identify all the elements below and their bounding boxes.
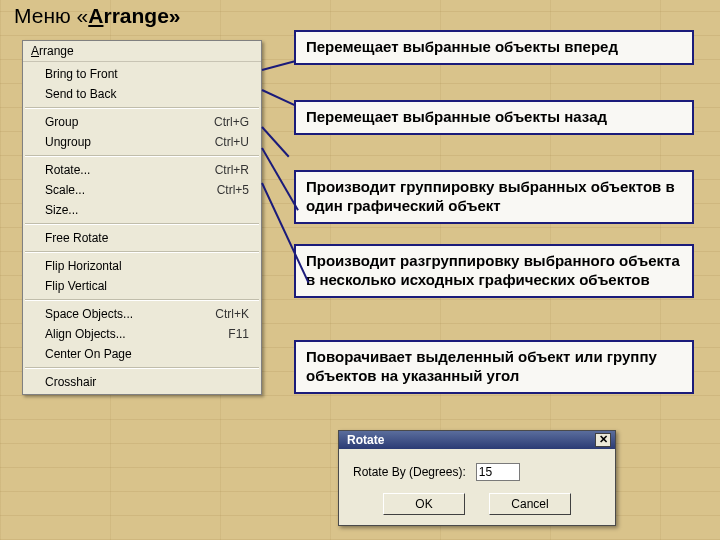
menu-item[interactable]: Crosshair (23, 372, 261, 392)
title-rest: rrange» (103, 4, 180, 27)
ok-button[interactable]: OK (383, 493, 465, 515)
menu-item[interactable]: Center On Page (23, 344, 261, 364)
menu-item-shortcut: F11 (228, 327, 249, 341)
menu-item[interactable]: Align Objects...F11 (23, 324, 261, 344)
menu-header: Arrange (23, 41, 261, 62)
menu-separator (25, 367, 259, 369)
menu-item-shortcut: Ctrl+5 (217, 183, 249, 197)
rotate-degrees-input[interactable] (476, 463, 520, 481)
dialog-titlebar[interactable]: Rotate ✕ (339, 431, 615, 449)
menu-item[interactable]: GroupCtrl+G (23, 112, 261, 132)
menu-item-label: Flip Horizontal (45, 259, 122, 273)
menu-item-label: Bring to Front (45, 67, 118, 81)
page-title: Меню «Arrange» (14, 4, 181, 28)
arrange-menu: Arrange Bring to FrontSend to BackGroupC… (22, 40, 262, 395)
menu-item-shortcut: Ctrl+K (215, 307, 249, 321)
menu-item[interactable]: Bring to Front (23, 64, 261, 84)
menu-item[interactable]: Rotate...Ctrl+R (23, 160, 261, 180)
menu-item-label: Group (45, 115, 78, 129)
menu-item-label: Rotate... (45, 163, 90, 177)
dialog-body: Rotate By (Degrees): OK Cancel (339, 449, 615, 525)
close-icon: ✕ (599, 433, 608, 445)
menu-header-underlined: A (31, 44, 39, 58)
menu-item-label: Flip Vertical (45, 279, 107, 293)
menu-item-label: Ungroup (45, 135, 91, 149)
menu-item[interactable]: Send to Back (23, 84, 261, 104)
menu-item-label: Size... (45, 203, 78, 217)
menu-item-label: Space Objects... (45, 307, 133, 321)
menu-item-shortcut: Ctrl+U (215, 135, 249, 149)
callout-ungroup: Производит разгруппировку выбранного объ… (294, 244, 694, 298)
menu-item-label: Free Rotate (45, 231, 108, 245)
menu-header-rest: rrange (39, 44, 74, 58)
rotate-dialog: Rotate ✕ Rotate By (Degrees): OK Cancel (338, 430, 616, 526)
callout-rotate: Поворачивает выделенный объект или групп… (294, 340, 694, 394)
menu-item-label: Align Objects... (45, 327, 126, 341)
menu-item-label: Scale... (45, 183, 85, 197)
callout-bring-to-front: Перемещает выбранные объекты вперед (294, 30, 694, 65)
menu-item-shortcut: Ctrl+R (215, 163, 249, 177)
connector-line (262, 89, 295, 106)
menu-item-label: Send to Back (45, 87, 116, 101)
menu-item[interactable]: Size... (23, 200, 261, 220)
menu-separator (25, 299, 259, 301)
cancel-button[interactable]: Cancel (489, 493, 571, 515)
menu-item[interactable]: Scale...Ctrl+5 (23, 180, 261, 200)
menu-item[interactable]: Space Objects...Ctrl+K (23, 304, 261, 324)
close-button[interactable]: ✕ (595, 433, 611, 447)
menu-item[interactable]: Flip Vertical (23, 276, 261, 296)
callout-group: Производит группировку выбранных объекто… (294, 170, 694, 224)
connector-line (262, 60, 295, 71)
menu-separator (25, 251, 259, 253)
menu-list: Bring to FrontSend to BackGroupCtrl+GUng… (23, 62, 261, 394)
dialog-title: Rotate (347, 433, 384, 447)
menu-item[interactable]: Free Rotate (23, 228, 261, 248)
title-underlined-letter: A (88, 4, 103, 27)
menu-separator (25, 107, 259, 109)
rotate-label: Rotate By (Degrees): (353, 465, 466, 479)
menu-item[interactable]: Flip Horizontal (23, 256, 261, 276)
title-prefix: Меню « (14, 4, 88, 27)
menu-item-label: Crosshair (45, 375, 96, 389)
menu-item-label: Center On Page (45, 347, 132, 361)
menu-separator (25, 223, 259, 225)
menu-item-shortcut: Ctrl+G (214, 115, 249, 129)
menu-separator (25, 155, 259, 157)
menu-item[interactable]: UngroupCtrl+U (23, 132, 261, 152)
callout-send-to-back: Перемещает выбранные объекты назад (294, 100, 694, 135)
